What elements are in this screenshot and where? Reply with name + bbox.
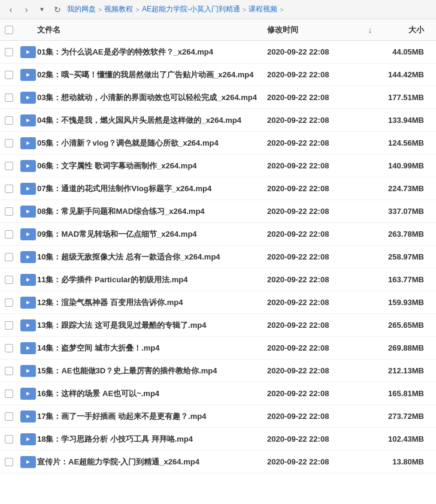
row-check-7[interactable] [5, 207, 20, 216]
row-check-14[interactable] [5, 367, 20, 375]
row-checkbox-11[interactable] [5, 298, 13, 307]
file-date-12: 2020-09-22 22:08 [267, 321, 363, 330]
row-check-2[interactable] [5, 93, 20, 102]
table-row[interactable]: 15集：AE也能做3D？史上最厉害的插件教给你.mp4 2020-09-22 2… [0, 360, 436, 382]
table-row[interactable]: 05集：小清新？vlog？调色就是随心所欲_x264.mp4 2020-09-2… [0, 132, 436, 155]
row-check-1[interactable] [5, 71, 20, 79]
back-button[interactable]: ‹ [5, 4, 17, 16]
file-name-12: 13集：跟踪大法 这可是我见过最酷的专辑了.mp4 [37, 320, 267, 331]
video-icon-16 [20, 411, 36, 422]
row-check-13[interactable] [5, 344, 20, 352]
row-checkbox-15[interactable] [5, 390, 13, 398]
row-checkbox-12[interactable] [5, 321, 13, 330]
table-row[interactable]: 08集：常见新手问题和MAD综合练习_x264.mp4 2020-09-22 2… [0, 200, 436, 223]
row-check-0[interactable] [5, 48, 20, 56]
row-check-15[interactable] [5, 390, 20, 398]
video-icon-17 [20, 433, 36, 445]
top-bar: ‹ › ▼ ↻ 我的网盘 > 视频教程 > AE超能力学院-小莫入门到精通 > … [0, 0, 436, 19]
breadcrumb-item-1[interactable]: 视频教程 [104, 4, 133, 14]
file-size-12: 265.65MB [377, 321, 431, 330]
row-checkbox-13[interactable] [5, 344, 13, 352]
file-icon-11 [20, 297, 37, 309]
header-check[interactable] [5, 26, 20, 34]
file-date-5: 2020-09-22 22:08 [267, 161, 363, 170]
file-icon-9 [20, 251, 37, 263]
file-name-18: 宣传片：AE超能力学院-入门到精通_x264.mp4 [37, 457, 267, 467]
breadcrumb-item-0[interactable]: 我的网盘 [67, 4, 96, 14]
table-row[interactable]: 09集：MAD常见转场和一亿点细节_x264.mp4 2020-09-22 22… [0, 223, 436, 246]
row-check-6[interactable] [5, 185, 20, 193]
row-checkbox-2[interactable] [5, 93, 13, 102]
table-row[interactable]: 14集：盗梦空间 城市大折叠！.mp4 2020-09-22 22:08 269… [0, 337, 436, 360]
table-row[interactable]: 12集：渲染气氛神器 百变用法告诉你.mp4 2020-09-22 22:08 … [0, 291, 436, 314]
row-checkbox-16[interactable] [5, 412, 13, 421]
table-row[interactable]: 13集：跟踪大法 这可是我见过最酷的专辑了.mp4 2020-09-22 22:… [0, 314, 436, 337]
file-icon-0 [20, 46, 37, 58]
file-name-4: 05集：小清新？vlog？调色就是随心所欲_x264.mp4 [37, 138, 267, 149]
video-icon-9 [20, 251, 36, 263]
table-row[interactable]: 宣传片：AE超能力学院-入门到精通_x264.mp4 2020-09-22 22… [0, 451, 436, 473]
header-name: 文件名 [37, 25, 267, 35]
row-check-4[interactable] [5, 139, 20, 147]
table-row[interactable]: 06集：文字属性 歌词字幕动画制作_x264.mp4 2020-09-22 22… [0, 155, 436, 177]
row-checkbox-14[interactable] [5, 367, 13, 375]
table-row[interactable]: 03集：想动就动，小清新的界面动效也可以轻松完成_x264.mp4 2020-0… [0, 86, 436, 109]
breadcrumb-item-2[interactable]: AE超能力学院-小莫入门到精通 [142, 4, 240, 14]
table-row[interactable]: 18集：学习思路分析 小技巧工具 拜拜咯.mp4 2020-09-22 22:0… [0, 428, 436, 451]
row-checkbox-0[interactable] [5, 48, 13, 56]
row-check-17[interactable] [5, 435, 20, 443]
row-check-18[interactable] [5, 458, 20, 466]
file-name-13: 14集：盗梦空间 城市大折叠！.mp4 [37, 343, 267, 354]
row-check-5[interactable] [5, 162, 20, 170]
row-checkbox-3[interactable] [5, 116, 13, 125]
table-row[interactable]: 17集：画了一手好插画 动起来不是更有趣？.mp4 2020-09-22 22:… [0, 405, 436, 428]
table-row[interactable]: 10集：超级无敌抠像大法 总有一款适合你_x264.mp4 2020-09-22… [0, 246, 436, 268]
row-checkbox-6[interactable] [5, 185, 13, 193]
file-size-14: 212.13MB [377, 366, 431, 375]
table-row[interactable]: 11集：必学插件 Particular的初级用法.mp4 2020-09-22 … [0, 268, 436, 291]
file-size-1: 144.42MB [377, 70, 431, 79]
row-checkbox-4[interactable] [5, 139, 13, 147]
row-check-10[interactable] [5, 276, 20, 284]
row-checkbox-8[interactable] [5, 230, 13, 239]
file-icon-15 [20, 388, 37, 400]
table-row[interactable]: 01集：为什么说AE是必学的特效软件？_x264.mp4 2020-09-22 … [0, 41, 436, 64]
row-checkbox-5[interactable] [5, 162, 13, 170]
dropdown-button[interactable]: ▼ [36, 4, 48, 16]
file-name-1: 02集：哦~买噶！懂懂的我居然做出了广告贴片动画_x264.mp4 [37, 70, 267, 80]
file-size-2: 177.51MB [377, 93, 431, 102]
file-date-16: 2020-09-22 22:08 [267, 412, 363, 421]
row-check-11[interactable] [5, 298, 20, 307]
row-checkbox-10[interactable] [5, 276, 13, 284]
row-check-12[interactable] [5, 321, 20, 330]
table-row[interactable]: 02集：哦~买噶！懂懂的我居然做出了广告贴片动画_x264.mp4 2020-0… [0, 64, 436, 86]
row-checkbox-9[interactable] [5, 253, 13, 261]
row-check-16[interactable] [5, 412, 20, 421]
breadcrumb-sep-3: > [280, 6, 283, 13]
table-row[interactable]: 16集：这样的场景 AE也可以~.mp4 2020-09-22 22:08 16… [0, 382, 436, 405]
header-date[interactable]: 修改时间 [267, 25, 363, 35]
table-row[interactable]: 07集：通道的花式用法制作Vlog标题字_x264.mp4 2020-09-22… [0, 177, 436, 200]
row-checkbox-18[interactable] [5, 458, 13, 466]
file-name-6: 07集：通道的花式用法制作Vlog标题字_x264.mp4 [37, 183, 267, 194]
row-checkbox-7[interactable] [5, 207, 13, 216]
row-checkbox-17[interactable] [5, 435, 13, 443]
select-all-checkbox[interactable] [5, 26, 13, 34]
refresh-button[interactable]: ↻ [52, 4, 63, 16]
table-row[interactable]: 04集：不愧是我，燃火国风片头居然是这样做的_x264.mp4 2020-09-… [0, 109, 436, 132]
forward-button[interactable]: › [20, 4, 32, 16]
breadcrumb-item-3[interactable]: 课程视频 [249, 4, 277, 14]
row-checkbox-1[interactable] [5, 71, 13, 79]
video-icon-11 [20, 297, 36, 309]
file-size-18: 13.80MB [377, 457, 431, 466]
video-icon-12 [20, 319, 36, 331]
video-icon-1 [20, 69, 36, 81]
file-date-14: 2020-09-22 22:08 [267, 366, 363, 375]
row-check-3[interactable] [5, 116, 20, 125]
row-check-8[interactable] [5, 230, 20, 239]
video-icon-8 [20, 228, 36, 240]
file-date-3: 2020-09-22 22:08 [267, 116, 363, 125]
row-check-9[interactable] [5, 253, 20, 261]
file-date-13: 2020-09-22 22:08 [267, 343, 363, 352]
video-icon-10 [20, 274, 36, 286]
